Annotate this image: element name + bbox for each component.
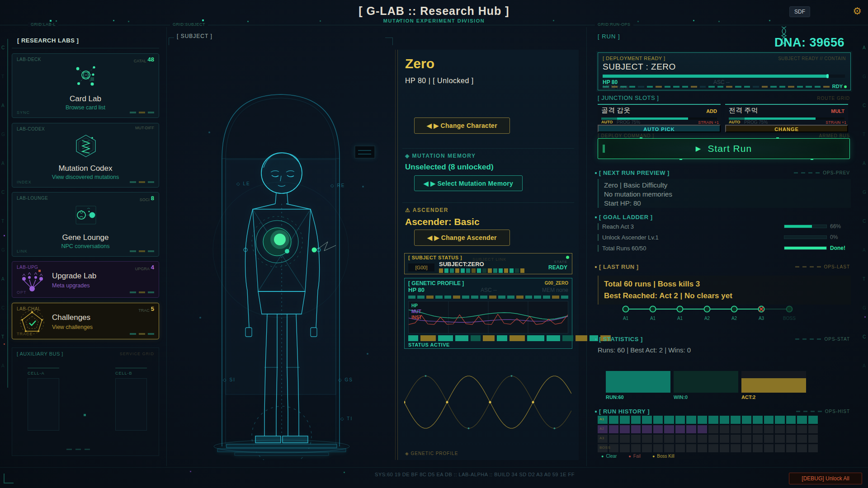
history-cell <box>775 425 785 433</box>
slot-prog-label: PROG 75% <box>617 120 640 125</box>
history-cell <box>642 425 652 433</box>
history-row-label: A2 <box>599 427 604 431</box>
play-icon: ▶ <box>696 145 702 153</box>
sdf-button[interactable]: SDF <box>789 6 810 17</box>
stat-bar <box>606 371 670 393</box>
change-slot-button[interactable]: CHANGE <box>725 125 848 132</box>
history-cell <box>698 435 708 443</box>
svg-text:A1: A1 <box>650 316 656 321</box>
slot-progress-fill <box>601 117 688 120</box>
page-title: [ G-LAB :: Research Hub ] <box>0 5 868 18</box>
svg-text:A1: A1 <box>677 316 683 321</box>
divider <box>402 202 574 203</box>
run-history-grid <box>598 416 818 452</box>
history-cell <box>797 444 807 452</box>
card-badge: CATAL48 <box>134 56 154 63</box>
history-cell <box>620 435 630 443</box>
change-ascender-button[interactable]: ◀ ▶ Change Ascender <box>414 230 510 246</box>
history-cell <box>742 435 752 443</box>
slot-strain-label: STRAIN +1 <box>698 120 719 125</box>
history-cell <box>708 416 718 424</box>
next-run-preview-box: Zero | Basic DifficultyNo mutation memor… <box>598 179 851 208</box>
dna-letter: A <box>1 277 5 282</box>
start-run-button[interactable]: ▶ Start Run <box>598 138 850 159</box>
preview-line: Start HP: 80 <box>604 199 845 208</box>
card-badge: MUT-DIFF <box>135 126 154 130</box>
history-cell <box>675 416 685 424</box>
marker-ti: ◇ TI <box>340 416 353 421</box>
last-run-line1: Total 60 runs | Boss kills 3 <box>604 278 845 290</box>
history-cell <box>742 444 752 452</box>
npc-link-icon <box>72 202 99 229</box>
select-mutation-memory-button[interactable]: ◀ ▶ Select Mutation Memory <box>414 175 523 191</box>
history-cell <box>631 416 641 424</box>
history-row-label: A3 <box>599 436 604 440</box>
ops-last-label: OPS-LAST <box>795 264 850 269</box>
cell-a-label: CELL-A <box>28 371 59 375</box>
gear-icon[interactable]: ⚙ <box>853 5 862 17</box>
mutation-memory-label: ◈ MUTATION MEMORY <box>405 153 476 159</box>
change-character-button[interactable]: ◀ ▶ Change Character <box>414 117 510 134</box>
auto-pick-button[interactable]: AUTO PICK <box>598 125 721 132</box>
history-cell <box>775 435 785 443</box>
subject-panel: [ SUBJECT ] <box>169 38 393 460</box>
deco-dot <box>637 21 639 22</box>
slot-name: 골격 갑옷 <box>601 106 630 115</box>
legend-item: ●Clear <box>601 454 617 459</box>
dna-letter: T <box>1 74 4 79</box>
ascender-label: ⚠ ASCENDER <box>405 207 448 213</box>
deb​ug-unlock-all-button[interactable]: [DEBUG] Unlock All <box>789 473 862 484</box>
history-cell <box>620 425 630 433</box>
stat-bar-label: RUN:60 <box>606 394 624 400</box>
next-run-preview-title: [ NEXT RUN PREVIEW ] <box>595 169 670 176</box>
g-lab-research-hub-screen: [ G-LAB :: Research Hub ] MUTATION EXPER… <box>0 0 868 488</box>
slot-prog-label: PROG 75% <box>744 120 768 125</box>
history-cell <box>786 435 796 443</box>
run-panel: [ RUN ] DNA: 39656 [ DEPLOYMENT READY ] … <box>590 38 868 460</box>
junction-slot-2[interactable]: 전격 주먹MULTAUTOPROG 75%STRAIN +1 <box>725 104 848 124</box>
card-subtitle: View challenges <box>52 324 93 330</box>
deco-dot <box>320 20 321 22</box>
history-cell <box>631 444 641 452</box>
stat-bar-fill <box>674 371 738 393</box>
deploy-asc-label: ASC -- <box>713 79 730 85</box>
aux-cell-a: CELL-A <box>28 368 59 431</box>
history-cell <box>708 435 718 443</box>
deco-dot <box>718 21 720 22</box>
deco-dot <box>399 20 400 21</box>
sidebar-card-challenges[interactable]: LAB-CHALTRAC5ChallengesView challengesTR… <box>12 303 159 339</box>
ready-indicator-dot <box>566 256 569 259</box>
goal-row: Unlock Ascender Lv.10% <box>598 233 851 242</box>
junction-slots-title: [ JUNCTION SLOTS ] <box>598 94 659 101</box>
sidebar-card-mutation-codex[interactable]: LAB-CODEXMUT-DIFFMutation CodexView disc… <box>12 123 159 188</box>
sidebar-card-upgrade-lab[interactable]: LAB-UPGUPGRA4Upgrade LabMeta upgradesOPT <box>12 261 159 298</box>
history-cell <box>764 416 774 424</box>
deco-dot <box>693 20 694 21</box>
run-history-title: [ RUN HISTORY ] <box>595 408 650 415</box>
goal-progress-track <box>784 225 827 228</box>
card-badge: TRAC5 <box>138 305 154 313</box>
dna-letter: A <box>1 103 5 108</box>
sidebar-card-gene-lounge[interactable]: LAB-LOUNGESOCI8Gene LoungeNPC conversati… <box>12 192 159 257</box>
sidebar-card-card-lab[interactable]: LAB-DECKCATAL48Card LabBrowse card listS… <box>12 53 159 118</box>
status-squares <box>439 268 524 273</box>
card-badge: UPGRA4 <box>135 264 154 271</box>
service-grid-label: SERVICE GRID <box>120 352 154 356</box>
junction-slot-1[interactable]: 골격 갑옷ADDAUTOPROG 75%STRAIN +1 <box>598 104 721 124</box>
goal-progress-track <box>784 246 827 250</box>
card-title: Challenges <box>52 313 90 322</box>
history-cell <box>698 416 708 424</box>
slot-auto-tag: AUTO <box>601 120 613 124</box>
divider-sidebar-subject <box>166 27 167 466</box>
history-cell <box>708 444 718 452</box>
genetic-profile-id: G00_ZERO <box>545 281 568 286</box>
history-cell <box>653 435 663 443</box>
deco-dot <box>553 20 554 21</box>
statistics-summary: Runs: 60 | Best Act: 2 | Wins: 0 <box>598 346 691 354</box>
detail-footer-label: ◈ GENETIC PROFILE <box>405 451 458 456</box>
dna-letter: T <box>1 334 4 339</box>
last-run-box: Total 60 runs | Boss kills 3 Best Reache… <box>598 276 851 305</box>
history-cell <box>797 435 807 443</box>
aux-dashes <box>66 449 90 450</box>
deco-dot <box>128 21 129 22</box>
